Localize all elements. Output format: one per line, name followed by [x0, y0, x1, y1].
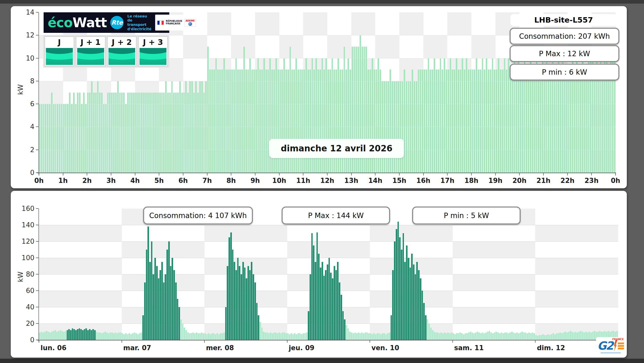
- bar: [380, 334, 382, 340]
- bar: [389, 332, 390, 340]
- bar: [280, 333, 282, 340]
- bar: [456, 333, 458, 340]
- bar: [320, 268, 321, 340]
- bar: [41, 104, 43, 173]
- bar: [237, 70, 239, 173]
- bar: [225, 70, 227, 173]
- bar: [540, 335, 542, 340]
- bar: [275, 332, 276, 340]
- bar: [330, 273, 332, 340]
- bar: [459, 332, 461, 340]
- bar: [415, 274, 416, 340]
- bar: [472, 70, 473, 173]
- bar: [570, 70, 571, 173]
- x-tick-mark: [471, 173, 472, 175]
- bar: [65, 331, 66, 340]
- bar: [504, 58, 506, 173]
- bar: [566, 70, 568, 173]
- bar: [322, 262, 323, 340]
- bar: [81, 104, 83, 173]
- bar: [77, 329, 78, 340]
- bar: [246, 278, 247, 340]
- bar: [116, 333, 118, 340]
- bar: [526, 70, 527, 173]
- bar: [135, 333, 137, 340]
- bar: [578, 70, 580, 173]
- forecast-button-label: J + 3: [139, 37, 167, 47]
- x-tick-mark: [591, 173, 592, 175]
- info-box-pmin: P min : 5 kW: [412, 207, 521, 224]
- bar: [554, 334, 556, 340]
- bar: [430, 328, 432, 340]
- bar: [53, 331, 54, 340]
- bar: [172, 258, 173, 340]
- bar: [372, 334, 373, 340]
- bar: [147, 93, 149, 173]
- bar: [423, 303, 425, 340]
- info-box-consommation: Consommation: 207 kWh: [510, 28, 619, 45]
- bar: [42, 332, 44, 340]
- x-tick-mark: [87, 173, 87, 175]
- bar: [211, 333, 213, 340]
- bar: [420, 70, 421, 173]
- x-axis-line: [37, 340, 619, 340]
- bar: [46, 331, 47, 340]
- bar: [131, 93, 133, 173]
- bar: [111, 93, 113, 173]
- bar: [68, 329, 70, 340]
- bar: [145, 93, 147, 173]
- bar: [91, 330, 92, 340]
- y-tick-label: 120: [18, 238, 34, 245]
- y-tick-label: 10: [18, 54, 34, 62]
- bar: [461, 333, 463, 340]
- bar: [97, 332, 99, 340]
- bar: [134, 332, 135, 340]
- y-axis-line: [38, 12, 39, 174]
- french-flag-icon: [157, 21, 164, 25]
- forecast-button-j-plus-2[interactable]: J + 2: [107, 36, 137, 66]
- bar: [127, 93, 129, 173]
- bar: [125, 333, 127, 340]
- bar: [67, 330, 68, 340]
- bar: [95, 93, 97, 173]
- y-tick-label: 140: [18, 221, 34, 229]
- bar: [551, 334, 552, 340]
- x-tick-mark: [519, 173, 520, 175]
- y-tick-label: 40: [18, 303, 34, 311]
- bar: [263, 58, 265, 173]
- bar: [73, 93, 75, 173]
- bar: [60, 330, 61, 340]
- info-box-pmax: P Max : 12 kW: [510, 45, 619, 62]
- bar: [232, 250, 234, 340]
- forecast-button-j-plus-1[interactable]: J + 1: [76, 36, 106, 66]
- bar: [256, 303, 258, 340]
- bar: [432, 70, 433, 173]
- bar: [590, 332, 592, 340]
- bar: [163, 93, 165, 173]
- bar: [484, 70, 485, 173]
- x-tick-mark: [615, 173, 616, 175]
- forecast-button-j[interactable]: J: [44, 36, 74, 66]
- bar: [468, 70, 469, 173]
- bar: [125, 104, 127, 173]
- bar: [313, 246, 314, 340]
- bar: [544, 70, 546, 173]
- bar: [249, 58, 251, 173]
- bar: [225, 307, 227, 340]
- bar: [608, 70, 610, 173]
- bar: [183, 93, 185, 173]
- gridline-overlay: [39, 81, 616, 81]
- lightning-bolt-icon: [613, 340, 617, 352]
- bar: [67, 104, 68, 173]
- bar: [119, 93, 121, 173]
- bar: [573, 332, 575, 340]
- x-tick-mark: [207, 173, 207, 175]
- bar: [141, 93, 143, 173]
- bar: [209, 70, 211, 173]
- bar: [554, 70, 556, 173]
- bar: [137, 334, 139, 340]
- bar: [113, 333, 115, 340]
- bar: [354, 332, 356, 340]
- forecast-button-j-plus-3[interactable]: J + 3: [138, 36, 168, 66]
- bar: [218, 334, 220, 340]
